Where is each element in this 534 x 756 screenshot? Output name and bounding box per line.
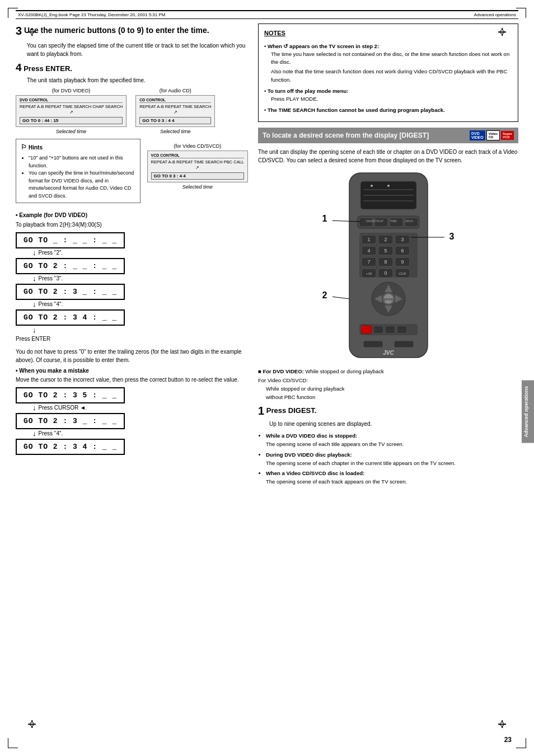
svg-text:CLR: CLR [399, 272, 406, 275]
svg-text:+10: +10 [366, 272, 372, 275]
diagrams-row-top: (for DVD VIDEO) DVD CONTROL REPEAT A-B R… [16, 88, 248, 134]
notes-bullet-3: • The TIME SEARCH function cannot be use… [264, 106, 512, 114]
page-number: 23 [504, 736, 512, 744]
diagram-audio-panel: CD CONTROL REPEAT A-B REPEAT TIME SEARCH… [135, 95, 215, 127]
mistake-step-3: GO TO 2 : 3 4 : _ _ [16, 439, 248, 455]
svg-rect-50 [362, 326, 372, 334]
remote-label-1: 1 [322, 214, 327, 224]
diagram-vcd-title: VCD CONTROL [151, 153, 244, 158]
mistake-press-2: Press "4". [39, 430, 63, 436]
remote-label-3: 3 [449, 232, 455, 242]
hints-list: "10" and "+10" buttons are not used in t… [21, 154, 135, 200]
mistake-block: • When you make a mistake Move the curso… [16, 368, 248, 455]
mistake-box-3: GO TO 2 : 3 4 : _ _ [16, 439, 125, 455]
left-column: 3 Use the numeric buttons (0 to 9) to en… [16, 24, 248, 489]
dvd-label: ■ For DVD VIDEO: [258, 368, 304, 374]
mistake-press-1: Press CURSOR ◄. [39, 405, 87, 411]
digest-bullet-3: When a Video CD/SVCD disc is loaded: The… [266, 469, 518, 486]
mistake-heading: • When you make a mistake [16, 368, 248, 374]
diagram-audio-row1: REPEAT A-B REPEAT TIME SEARCH [139, 104, 211, 109]
press-label-3: Press "4". [39, 301, 63, 307]
svg-text:6: 6 [401, 248, 404, 253]
playback-info: ■ For DVD VIDEO: While stopped or during… [258, 367, 518, 401]
press-label-1: Press "2". [39, 250, 63, 256]
hint-item-1: "10" and "+10" buttons are not used in t… [29, 154, 135, 170]
step3-heading: 3 Use the numeric buttons (0 to 9) to en… [16, 24, 248, 38]
press-enter-label: Press ENTER [16, 336, 50, 342]
vcd-playback: For Video CD/SVCD: While stopped or duri… [258, 376, 518, 402]
digest-bullet-1: While a DVD VIDEO disc is stopped: The o… [266, 431, 518, 448]
reg-tl [28, 28, 36, 36]
example-note: You do not have to press "0" to enter th… [16, 348, 248, 364]
step1-digest-block: 1 Press DIGEST. Up to nine opening scene… [258, 405, 518, 486]
svg-point-6 [387, 185, 390, 187]
example-sub: To playback from 2(H):34(M):00(S) [16, 220, 248, 229]
mistake-body: Move the cursor to the incorrect value, … [16, 375, 248, 384]
diagram-dvd-title: DVD CONTROL [20, 98, 123, 103]
dvd-playback: ■ For DVD VIDEO: While stopped or during… [258, 367, 518, 375]
badge-dvd: DVDVIDEO [470, 130, 485, 140]
press-label-2: Press "3". [39, 275, 63, 281]
arrow-row-3: ↓ Press "4". [32, 300, 63, 308]
goto-box-2: GO TO 2 : _ _ : _ _ [16, 258, 125, 274]
step3-num: 3 [16, 25, 22, 37]
diagram-audio-goto: GO TO 0 3 : 4 4 [139, 117, 211, 124]
reg-bl [28, 720, 36, 728]
notes-bullet-3-head: The TIME SEARCH function cannot be used … [268, 107, 445, 113]
svg-rect-51 [373, 326, 383, 334]
svg-text:0: 0 [384, 270, 387, 276]
diagram-vcd: (for Video CD/SVCD) VCD CONTROL REPEAT A… [147, 143, 248, 208]
arrow-row-1: ↓ Press "2". [32, 249, 63, 256]
svg-text:1: 1 [367, 237, 370, 242]
notes-bullet-1: • When ↺ appears on the TV screen in ste… [264, 42, 512, 84]
notes-bullet-2-head: To turn off the play mode menu: [268, 88, 348, 94]
badge-super: SuperVCD [501, 131, 514, 140]
mistake-box-2: GO TO 2 : 3 _ : _ _ [16, 413, 125, 429]
arrow-row-4: ↓ [32, 326, 36, 334]
header-page-title: Advanced operations [474, 12, 516, 17]
vcd-label: For Video CD/SVCD: [258, 377, 308, 383]
svg-text:8: 8 [384, 259, 387, 265]
badge-video: VideoCD [486, 130, 500, 140]
mistake-down-1: ↓ [32, 404, 36, 411]
diagram-vcd-panel: VCD CONTROL REPEAT A-B REPEAT TIME SEARC… [147, 151, 248, 182]
step1-body: Up to nine opening scenes are displayed. [258, 420, 518, 428]
remote-container: DIGEST PLAY TIME SRCH 1 2 3 [258, 170, 518, 361]
goto-step-1: GO TO _ : _ _ : _ _ ↓ Press "2". [16, 232, 248, 257]
hint-item-2: You can specify the time in hour/minute/… [29, 170, 135, 200]
reg-tr [498, 28, 506, 36]
section-intro: The unit can display the opening scene o… [258, 148, 518, 165]
diagram-vcd-bottom: Selected time [182, 184, 213, 190]
svg-text:9: 9 [401, 259, 404, 265]
diagram-vcd-row1: REPEAT A-B REPEAT TIME SEARCH PBC CALL [151, 159, 244, 165]
goto-box-1: GO TO _ : _ _ : _ _ [16, 232, 125, 248]
hints-title: ⚐ Hints [21, 142, 135, 152]
goto-step-3: GO TO 2 : 3 _ : _ _ ↓ Press "4". [16, 284, 248, 308]
diagram-dvd-row1: REPEAT A-B REPEAT TIME SEARCH CHAP SEARC… [20, 104, 123, 109]
section-heading: To locate a desired scene from the displ… [258, 128, 518, 143]
svg-text:SRCH: SRCH [405, 219, 414, 223]
diagram-dvd-label: (for DVD VIDEO) [52, 88, 91, 93]
diagram-audio-bottom: Selected time [160, 129, 191, 134]
remote-wrapper: DIGEST PLAY TIME SRCH 1 2 3 [332, 170, 444, 361]
header-file: XV-S200BK(J)_Eng.book Page 23 Thursday, … [18, 12, 165, 17]
step3-heading-text: Use the numeric buttons (0 to 9) to ente… [24, 26, 209, 35]
example-block: • Example (for DVD VIDEO) To playback fr… [16, 212, 248, 364]
notes-title: NOTES [264, 29, 512, 39]
step4-num: 4 [16, 62, 22, 73]
step1-heading: 1 Press DIGEST. [258, 405, 518, 417]
vcd-text1: While stopped or during playback [258, 384, 518, 393]
svg-text:7: 7 [367, 259, 370, 265]
diagram-vcd-label: (for Video CD/SVCD) [174, 143, 221, 149]
diagram-dvd-goto: GO TO 0 : 44 : 15 [20, 117, 123, 124]
notes-bullet-2: • To turn off the play mode menu: Press … [264, 87, 512, 103]
vcd-text2: without PBC function [258, 393, 518, 401]
notes-box: NOTES • When ↺ appears on the TV screen … [258, 24, 518, 122]
step1-num: 1 [258, 405, 264, 417]
side-tab: Advanced operations [522, 381, 534, 443]
diagram-audio-title: CD CONTROL [139, 98, 211, 103]
header-bar: XV-S200BK(J)_Eng.book Page 23 Thursday, … [16, 10, 518, 19]
dvd-text: While stopped or during playback [305, 368, 383, 374]
svg-text:ENTER: ENTER [383, 298, 393, 301]
digest-bullet-2: During DVD VIDEO disc playback: The open… [266, 450, 518, 467]
